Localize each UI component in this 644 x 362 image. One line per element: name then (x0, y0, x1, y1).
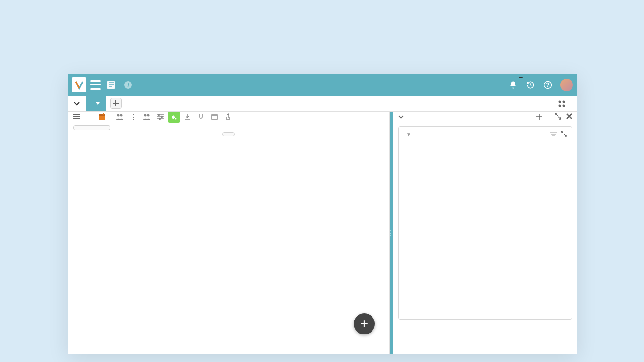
svg-point-24 (175, 118, 177, 120)
bar-chart (399, 141, 572, 314)
close-icon[interactable] (566, 113, 572, 121)
notification-badge (519, 77, 523, 78)
svg-point-9 (563, 104, 565, 107)
doc-icon (107, 80, 115, 90)
chart-xlabel (399, 314, 572, 317)
svg-point-21 (158, 114, 160, 116)
svg-point-22 (161, 116, 163, 118)
svg-rect-13 (103, 113, 104, 115)
svg-point-5 (548, 86, 548, 87)
more-vertical-icon[interactable]: ⋮ (127, 112, 140, 123)
tab-chevron-down[interactable] (68, 96, 86, 111)
nav-button-group (73, 125, 110, 130)
next-button[interactable] (98, 125, 110, 130)
svg-point-8 (559, 104, 561, 107)
app-header: i (68, 74, 577, 96)
tab-add-button[interactable] (110, 98, 122, 109)
calendar-small-icon[interactable] (208, 112, 221, 123)
tab-bar (68, 96, 577, 112)
svg-point-23 (159, 118, 161, 120)
svg-point-17 (147, 114, 150, 117)
calendar-grid (68, 139, 389, 354)
people-icon[interactable] (114, 112, 126, 123)
add-app-button[interactable] (536, 114, 544, 120)
svg-point-7 (563, 100, 565, 103)
svg-point-15 (120, 114, 123, 117)
see-records-button[interactable] (222, 132, 235, 136)
svg-rect-25 (212, 114, 217, 120)
svg-point-14 (117, 114, 120, 117)
chart-card: ▼ (398, 126, 572, 320)
calendar-icon (98, 113, 106, 121)
help-icon[interactable] (542, 79, 554, 91)
info-icon[interactable]: i (124, 81, 132, 89)
back-button[interactable] (86, 125, 98, 130)
svg-rect-0 (107, 81, 115, 89)
download-icon[interactable] (181, 112, 194, 123)
share-people-icon[interactable] (141, 112, 153, 123)
apps-button[interactable] (549, 96, 577, 111)
view-toolbar: ⋮ (68, 112, 389, 122)
expand-icon[interactable] (555, 113, 561, 121)
svg-point-6 (559, 100, 561, 103)
paint-icon[interactable] (168, 112, 180, 123)
bell-icon[interactable] (507, 79, 519, 91)
hamburger-menu-icon[interactable] (90, 80, 101, 90)
list-icon[interactable] (73, 114, 80, 119)
history-icon[interactable] (525, 79, 536, 91)
chevron-down-icon[interactable] (398, 113, 404, 121)
svg-point-16 (144, 114, 147, 117)
magnet-icon[interactable] (195, 112, 207, 123)
calendar-pane: ⋮ (68, 112, 390, 354)
tab-content[interactable] (86, 96, 106, 111)
add-fab[interactable]: + (354, 313, 375, 334)
app-logo[interactable] (72, 77, 86, 92)
chart-expand-icon[interactable] (561, 130, 567, 139)
chart-dropdown-icon[interactable]: ▼ (406, 132, 411, 137)
chart-settings-icon[interactable] (550, 130, 557, 139)
splitter-handle[interactable] (390, 112, 393, 354)
avatar[interactable] (560, 79, 573, 91)
dashboard-pane: ▼ (393, 112, 577, 354)
today-button[interactable] (73, 125, 86, 130)
sliders-icon[interactable] (154, 112, 167, 123)
svg-rect-12 (100, 113, 100, 115)
export-icon[interactable] (222, 112, 234, 123)
